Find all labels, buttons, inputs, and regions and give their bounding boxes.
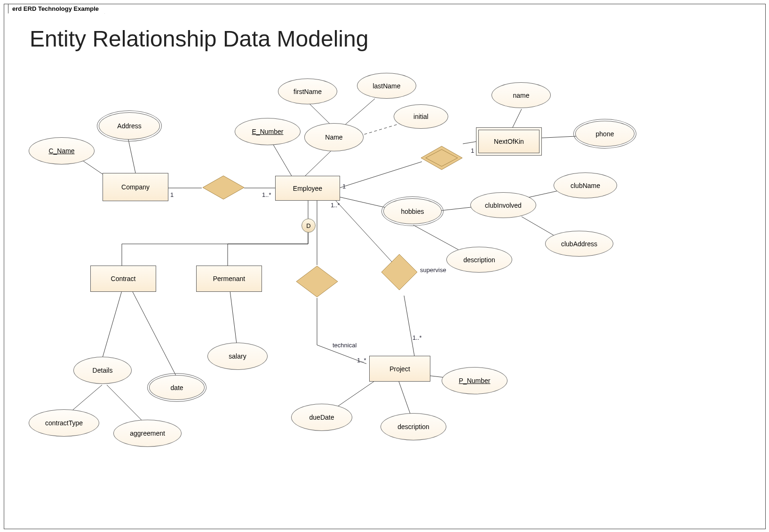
attr-nok-phone: phone: [575, 121, 634, 147]
attr-initial: initial: [394, 104, 448, 129]
svg-line-11: [511, 109, 522, 130]
attr-address: Address: [99, 112, 160, 140]
entity-project: Project: [369, 356, 430, 382]
card-employee-proj-top: 1..*: [331, 202, 340, 209]
attr-name: Name: [304, 123, 364, 151]
attr-e-number: E_Number: [235, 118, 301, 145]
label-technical: technical: [333, 342, 357, 349]
svg-line-23: [230, 291, 237, 347]
svg-line-9: [339, 162, 422, 188]
svg-line-22: [132, 291, 176, 376]
entity-contract: Contract: [90, 266, 156, 292]
erd-diagram-page: erd ERD Technology Example Entity Relati…: [0, 0, 769, 532]
card-company-1: 1: [170, 191, 174, 198]
entity-company: Company: [103, 173, 168, 201]
attr-club-name: clubName: [554, 172, 617, 198]
svg-line-21: [107, 385, 146, 425]
disjoint-circle: D: [301, 219, 316, 233]
attr-due-date: dueDate: [291, 404, 352, 431]
attr-hobbies-description: description: [446, 247, 512, 273]
label-supervise: supervise: [420, 266, 446, 274]
svg-line-5: [305, 150, 332, 176]
card-technical-project: 1..*: [357, 357, 366, 364]
relationship-company-employee: [202, 175, 245, 200]
relationship-supervise: [381, 253, 418, 291]
card-employee-1n: 1..*: [262, 191, 271, 198]
attr-salary: salary: [207, 343, 268, 370]
svg-marker-32: [203, 176, 244, 199]
svg-line-1: [128, 138, 135, 173]
attr-contract-type: contractType: [29, 409, 99, 437]
attr-aggreement: aggreement: [113, 420, 182, 447]
attr-nok-name: name: [492, 82, 551, 108]
attr-date: date: [149, 375, 205, 400]
svg-line-10: [463, 141, 477, 144]
entity-employee: Employee: [275, 176, 340, 201]
entity-nextofkin: NextOfKin: [478, 130, 539, 153]
attr-hobbies: hobbies: [383, 198, 442, 224]
diagram-frame: erd ERD Technology Example Entity Relati…: [4, 4, 766, 529]
attr-lastname: lastName: [357, 73, 416, 99]
attr-club-address: clubAddress: [545, 231, 613, 257]
entity-permanent: Permenant: [196, 266, 262, 292]
diagram-tab: erd ERD Technology Example: [8, 4, 105, 14]
svg-line-19: [102, 291, 122, 359]
attr-club-involved: clubInvolved: [470, 192, 536, 218]
relationship-technical: [295, 265, 339, 298]
relationship-employee-nextofkin: [420, 145, 463, 171]
attr-details: Details: [73, 357, 132, 384]
attr-firstname: firstName: [278, 78, 337, 104]
svg-marker-35: [296, 266, 338, 297]
attr-c-name: C_Name: [29, 137, 95, 164]
svg-marker-36: [381, 254, 417, 290]
card-nok-1: 1: [471, 147, 474, 154]
card-employee-nok-1: 1: [342, 183, 346, 190]
attr-p-number: P_Number: [442, 367, 507, 394]
svg-line-7: [345, 99, 375, 125]
attr-project-description: description: [381, 413, 446, 440]
svg-line-28: [404, 296, 414, 356]
card-supervise-project: 1..*: [412, 334, 422, 341]
